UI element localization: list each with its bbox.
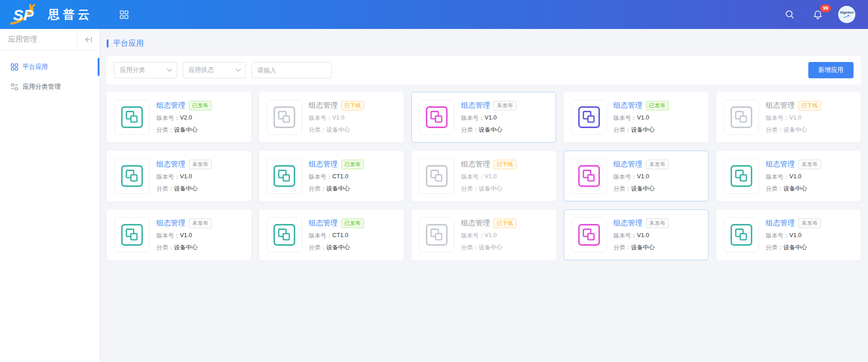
version-label: 版本号： <box>309 232 332 240</box>
app-card[interactable]: 组态管理 未发布 版本号： V1.0 分类： 设备中心 <box>564 210 708 260</box>
app-card-info: 组态管理 已发布 版本号： CT1.0 分类： 设备中心 <box>309 160 364 193</box>
app-title-link[interactable]: 组态管理 <box>766 101 795 110</box>
avatar-animal-icon <box>843 15 850 18</box>
app-status-badge: 已发布 <box>341 219 364 228</box>
version-value: V1.0 <box>637 114 649 122</box>
app-title-link[interactable]: 组态管理 <box>766 219 795 228</box>
category-label: 分类： <box>156 126 174 134</box>
category-value: 设备中心 <box>326 185 350 193</box>
category-value: 设备中心 <box>631 185 655 193</box>
category-label: 分类： <box>766 243 783 252</box>
app-title-link[interactable]: 组态管理 <box>461 101 490 110</box>
app-status-badge: 已发布 <box>341 160 364 169</box>
category-value: 设备中心 <box>479 243 502 252</box>
app-title-link[interactable]: 组态管理 <box>309 160 338 169</box>
category-label: 分类： <box>309 185 326 193</box>
app-status-badge: 已下线 <box>341 101 364 110</box>
version-value: V1.0 <box>637 173 649 181</box>
app-card[interactable]: 组态管理 未发布 版本号： V1.0 分类： 设备中心 <box>107 151 251 201</box>
category-value: 设备中心 <box>174 126 198 134</box>
app-card[interactable]: 组态管理 已发布 版本号： CT1.0 分类： 设备中心 <box>259 151 404 201</box>
category-value: 设备中心 <box>326 243 350 252</box>
app-card[interactable]: 组态管理 未发布 版本号： V1.0 分类： 设备中心 <box>716 210 861 260</box>
app-card[interactable]: 组态管理 未发布 版本号： V1.0 分类： 设备中心 <box>564 151 708 201</box>
app-title-link[interactable]: 组态管理 <box>309 219 338 228</box>
filter-panel: 应用分类 应用状态 新增应用 <box>107 56 861 85</box>
overlapping-squares-icon <box>578 106 600 129</box>
app-title-link[interactable]: 组态管理 <box>766 160 795 169</box>
overlapping-squares-icon <box>273 224 296 246</box>
sidebar-collapse-button[interactable] <box>77 33 99 46</box>
app-icon-box <box>724 100 759 135</box>
app-title-link[interactable]: 组态管理 <box>461 160 490 169</box>
version-value: V1.0 <box>485 232 497 240</box>
app-card-info: 组态管理 未发布 版本号： V1.0 分类： 设备中心 <box>766 160 821 193</box>
app-title-link[interactable]: 组态管理 <box>156 101 185 110</box>
sidebar: 应用管理 平台应用 <box>0 29 99 362</box>
app-icon-box <box>114 217 150 252</box>
apps-grid-icon[interactable] <box>117 8 131 21</box>
version-label: 版本号： <box>461 232 485 240</box>
category-value: 设备中心 <box>631 126 655 134</box>
app-status-badge: 已下线 <box>494 219 516 228</box>
version-label: 版本号： <box>461 114 485 122</box>
overlapping-squares-icon <box>121 165 143 187</box>
app-title-link[interactable]: 组态管理 <box>309 101 338 110</box>
app-card[interactable]: 组态管理 已发布 版本号： CT1.0 分类： 设备中心 <box>259 210 404 260</box>
version-value: V1.0 <box>789 232 802 240</box>
version-value: V1.0 <box>180 173 192 181</box>
avatar-brand-text: Hignton <box>840 11 854 14</box>
app-card[interactable]: 组态管理 未发布 版本号： V1.0 分类： 设备中心 <box>107 210 251 260</box>
user-avatar[interactable]: Hignton <box>838 6 855 23</box>
category-value: 设备中心 <box>783 243 807 252</box>
category-label: 分类： <box>613 243 631 252</box>
app-card-info: 组态管理 已发布 版本号： CT1.0 分类： 设备中心 <box>309 219 364 252</box>
version-value: V1.0 <box>485 173 497 181</box>
overlapping-squares-icon <box>730 224 753 246</box>
notification-count-badge: 99 <box>820 5 831 12</box>
app-card-info: 组态管理 未发布 版本号： V1.0 分类： 设备中心 <box>461 101 516 134</box>
sidebar-item-platform-apps[interactable]: 平台应用 <box>0 57 99 77</box>
app-title-link[interactable]: 组态管理 <box>613 160 642 169</box>
category-value: 设备中心 <box>783 126 807 134</box>
app-status-badge: 未发布 <box>798 219 821 228</box>
notification-bell-icon[interactable]: 99 <box>810 7 826 22</box>
brand-logo: SP 思普云 <box>10 4 93 25</box>
app-icon-box <box>571 100 607 135</box>
version-label: 版本号： <box>766 114 789 122</box>
version-value: V2.0 <box>180 114 192 122</box>
app-card[interactable]: 组态管理 已下线 版本号： V1.0 分类： 设备中心 <box>411 151 556 201</box>
category-filter-select[interactable]: 应用分类 <box>114 62 177 78</box>
category-label: 分类： <box>156 185 174 193</box>
category-value: 设备中心 <box>783 185 807 193</box>
app-card[interactable]: 组态管理 未发布 版本号： V1.0 分类： 设备中心 <box>716 151 861 201</box>
app-icon-box <box>114 158 150 194</box>
app-card[interactable]: 组态管理 已下线 版本号： V1.0 分类： 设备中心 <box>411 210 556 260</box>
category-filter-placeholder: 应用分类 <box>120 66 167 74</box>
version-label: 版本号： <box>766 232 789 240</box>
category-value: 设备中心 <box>631 243 655 252</box>
app-card[interactable]: 组态管理 已发布 版本号： V1.0 分类： 设备中心 <box>564 92 708 143</box>
category-label: 分类： <box>766 126 783 134</box>
status-filter-select[interactable]: 应用状态 <box>183 62 246 78</box>
search-input[interactable] <box>251 62 332 78</box>
category-label: 分类： <box>309 126 326 134</box>
version-label: 版本号： <box>613 232 637 240</box>
app-card[interactable]: 组态管理 未发布 版本号： V1.0 分类： 设备中心 <box>411 92 556 143</box>
app-title-link[interactable]: 组态管理 <box>613 219 642 228</box>
app-title-link[interactable]: 组态管理 <box>156 160 185 169</box>
app-title-link[interactable]: 组态管理 <box>461 219 490 228</box>
app-title-link[interactable]: 组态管理 <box>613 101 642 110</box>
app-card[interactable]: 组态管理 已发布 版本号： V2.0 分类： 设备中心 <box>107 92 251 143</box>
app-card[interactable]: 组态管理 已下线 版本号： V1.0 分类： 设备中心 <box>259 92 404 143</box>
chevron-down-icon <box>167 68 172 72</box>
brand-name: 思普云 <box>48 7 93 23</box>
app-card[interactable]: 组态管理 已下线 版本号： V1.0 分类： 设备中心 <box>716 92 861 143</box>
version-label: 版本号： <box>461 173 485 181</box>
search-icon[interactable] <box>782 7 797 22</box>
add-app-button[interactable]: 新增应用 <box>808 62 854 78</box>
version-value: CT1.0 <box>332 173 348 181</box>
app-title-link[interactable]: 组态管理 <box>156 219 185 228</box>
sidebar-item-app-category-mgmt[interactable]: 应用分类管理 <box>0 77 99 97</box>
app-card-info: 组态管理 已下线 版本号： V1.0 分类： 设备中心 <box>461 160 516 193</box>
